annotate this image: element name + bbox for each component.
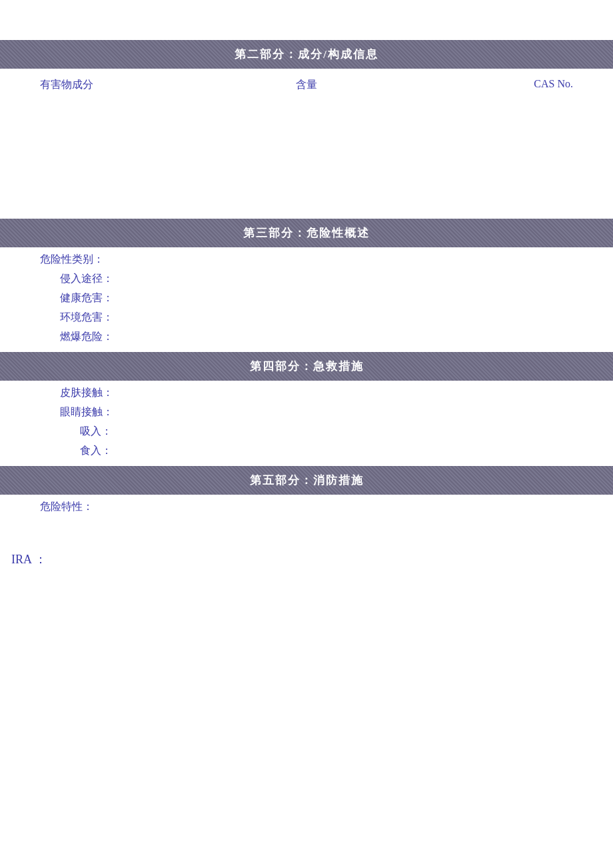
field-explosion-hazard: 燃爆危险： (0, 325, 613, 352)
field-danger-property: 危险特性： (0, 495, 613, 525)
section-part5: 第五部分：消防措施 危险特性： (0, 466, 613, 525)
field-ingestion: 食入： (0, 439, 613, 466)
section-part2: 第二部分：成分/构成信息 有害物成分 含量 CAS No. (0, 40, 613, 219)
field-skin-contact: 皮肤接触： (0, 381, 613, 400)
ira-label: IRA ： (0, 545, 613, 567)
field-danger-category: 危险性类别： (0, 247, 613, 267)
field-env-hazard: 环境危害： (0, 305, 613, 325)
part5-header: 第五部分：消防措施 (0, 466, 613, 495)
section-part3: 第三部分：危险性概述 危险性类别： 侵入途径： 健康危害： 环境危害： 燃爆危险… (0, 219, 613, 352)
part2-table-body (0, 99, 613, 219)
section-part4: 第四部分：急救措施 皮肤接触： 眼睛接触： 吸入： 食入： (0, 352, 613, 466)
field-inhalation: 吸入： (0, 419, 613, 439)
col-content-label: 含量 (218, 78, 396, 92)
field-eye-contact: 眼睛接触： (0, 400, 613, 419)
part2-table-header: 有害物成分 含量 CAS No. (0, 69, 613, 99)
field-health-hazard: 健康危害： (0, 286, 613, 305)
part2-header: 第二部分：成分/构成信息 (0, 40, 613, 69)
col-cas-label: CAS No. (395, 78, 573, 92)
col-hazmat-label: 有害物成分 (40, 78, 218, 92)
part3-header: 第三部分：危险性概述 (0, 219, 613, 247)
field-invasion-route: 侵入途径： (0, 267, 613, 286)
part4-header: 第四部分：急救措施 (0, 352, 613, 381)
